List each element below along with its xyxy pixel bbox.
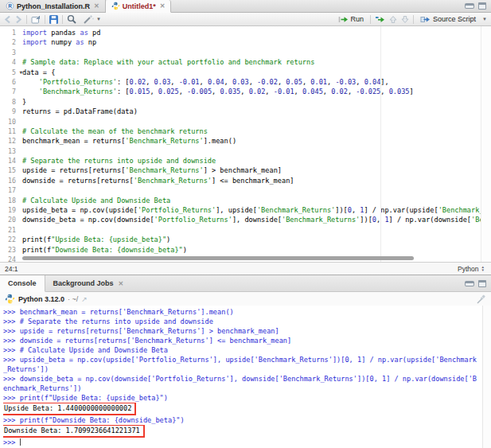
- go-to-next-icon[interactable]: [401, 15, 409, 24]
- python-file-icon: [111, 2, 120, 10]
- maximize-pane-icon[interactable]: [478, 2, 486, 10]
- code-text: }: [22, 97, 491, 107]
- line-number: 24: [0, 255, 22, 262]
- code-line[interactable]: 13: [0, 146, 491, 156]
- code-text: 'Portfolio_Returns': [0.02, 0.03, -0.01,…: [22, 77, 491, 87]
- code-editor[interactable]: 1import pandas as pd2import numpy as np3…: [0, 26, 491, 262]
- console-command-line: >>> upside = returns[returns['Benchmark_…: [3, 326, 491, 336]
- chevron-down-icon: ▼: [96, 17, 101, 21]
- console-command-line: >>> upside_beta = np.cov(upside['Portfol…: [3, 355, 491, 364]
- code-text: # Separate the returns into upside and d…: [22, 156, 491, 166]
- code-text: upside = returns[returns['Benchmark_Retu…: [22, 166, 491, 175]
- run-button[interactable]: Run: [336, 14, 367, 24]
- console-command-line: _Returns']): [3, 364, 491, 374]
- run-icon: [338, 16, 349, 23]
- console-window-controls: [465, 275, 491, 291]
- tab-untitled1[interactable]: Untitled1* ✕: [106, 0, 172, 13]
- highlight-box: Downside Beta: 1.7099236641221371: [3, 425, 145, 438]
- console-output-line: Downside Beta: 1.7099236641221371: [3, 425, 491, 438]
- editor-vertical-scrollbar[interactable]: [481, 26, 491, 262]
- code-line[interactable]: 3: [0, 48, 491, 57]
- console-command-line: enchmark_Returns']): [3, 384, 491, 393]
- code-line[interactable]: 16downside = returns[returns['Benchmark_…: [0, 176, 491, 185]
- tab-python-installation-r[interactable]: R Python_Installation.R ✕: [0, 0, 106, 12]
- code-line[interactable]: 17: [0, 185, 491, 195]
- code-tools-button[interactable]: ▼: [80, 14, 103, 25]
- code-text: downside = returns[returns['Benchmark_Re…: [22, 176, 491, 185]
- code-text: [22, 185, 491, 195]
- close-tab-icon[interactable]: ✕: [94, 2, 99, 10]
- code-line[interactable]: 14# Separate the returns into upside and…: [0, 156, 491, 166]
- fold-arrow-icon[interactable]: ▼: [19, 68, 22, 77]
- console-output-line: Upside Beta: 1.4400000000000002: [3, 403, 491, 415]
- code-line[interactable]: 5▼data = {: [0, 68, 491, 77]
- forward-icon[interactable]: [15, 15, 22, 24]
- code-line[interactable]: 7 'Benchmark_Returns': [0.015, 0.025, -0…: [0, 87, 491, 96]
- code-line[interactable]: 9returns = pd.DataFrame(data): [0, 107, 491, 116]
- line-number: 14: [0, 156, 22, 166]
- code-line[interactable]: 4# Sample data: Replace with your actual…: [0, 57, 491, 67]
- code-line[interactable]: 11# Calculate the mean of the benchmark …: [0, 127, 491, 136]
- close-tab-icon[interactable]: ✕: [160, 2, 166, 10]
- code-line[interactable]: 21: [0, 225, 491, 235]
- svg-text:R: R: [8, 3, 12, 9]
- open-in-new-window-icon[interactable]: [31, 15, 41, 24]
- save-icon[interactable]: [49, 15, 58, 24]
- console-command-line: >>> downside = returns[returns['Benchmar…: [3, 336, 491, 345]
- code-area: 1import pandas as pd2import numpy as np3…: [0, 28, 491, 262]
- search-icon[interactable]: [67, 14, 76, 24]
- code-text: [22, 117, 491, 127]
- code-text: print(f"Downside Beta: {downside_beta}"): [22, 245, 491, 255]
- line-number: 5▼: [0, 68, 22, 77]
- rstudio-window: R Python_Installation.R ✕ Untitled1* ✕: [0, 0, 491, 448]
- code-line[interactable]: 18# Calculate Upside and Downside Beta: [0, 196, 491, 205]
- clear-console-icon[interactable]: [476, 294, 486, 304]
- console-output[interactable]: >>> benchmark_mean = returns['Benchmark_…: [0, 306, 491, 448]
- open-in-new-window-icon[interactable]: ↗: [81, 295, 88, 303]
- code-line[interactable]: 6 'Portfolio_Returns': [0.02, 0.03, -0.0…: [0, 77, 491, 87]
- code-line[interactable]: 15upside = returns[returns['Benchmark_Re…: [0, 166, 491, 175]
- editor-status-bar: 24:1 Python ▲▼: [0, 262, 491, 275]
- tab-label: Untitled1*: [123, 2, 156, 10]
- console-vertical-scrollbar[interactable]: [482, 306, 491, 448]
- code-line[interactable]: 2import numpy as np: [0, 37, 491, 47]
- chevron-down-icon[interactable]: ▼: [482, 17, 487, 21]
- code-line[interactable]: 22print(f"Upside Beta: {upside_beta}"): [0, 235, 491, 244]
- editor-horizontal-scrollbar[interactable]: [22, 256, 414, 260]
- code-text: # Sample data: Replace with your actual …: [22, 57, 491, 67]
- r-file-icon: R: [6, 2, 14, 10]
- console-header: Python 3.12.0 · ~/ ↗: [0, 292, 491, 306]
- code-line[interactable]: 23print(f"Downside Beta: {downside_beta}…: [0, 245, 491, 255]
- code-text: downside_beta = np.cov(downside['Portfol…: [22, 215, 491, 224]
- rerun-icon[interactable]: [375, 16, 385, 23]
- minimize-pane-icon[interactable]: [465, 281, 474, 286]
- highlight-box: Upside Beta: 1.4400000000000002: [3, 403, 136, 415]
- line-number: 9: [0, 107, 22, 116]
- tab-background-jobs[interactable]: Background Jobs ✕: [45, 275, 132, 291]
- back-icon[interactable]: [4, 15, 11, 24]
- close-tab-icon[interactable]: ✕: [119, 280, 124, 287]
- language-mode-selector[interactable]: Python ▲▼: [458, 265, 485, 273]
- go-to-previous-icon[interactable]: [389, 15, 397, 24]
- tab-label: Console: [8, 279, 37, 287]
- line-number: 4: [0, 57, 22, 67]
- code-line[interactable]: 10: [0, 117, 491, 127]
- code-line[interactable]: 1import pandas as pd: [0, 28, 491, 37]
- code-line[interactable]: 12benchmark_mean = returns['Benchmark_Re…: [0, 136, 491, 146]
- minimize-pane-icon[interactable]: [465, 3, 474, 9]
- console-command-line: >>> print(f"Upside Beta: {upside_beta}"): [3, 393, 491, 403]
- text-cursor: [20, 438, 21, 446]
- code-line[interactable]: 19upside_beta = np.cov(upside['Portfolio…: [0, 205, 491, 215]
- toolbar-separator: [45, 15, 45, 24]
- toolbar-separator: [413, 15, 414, 24]
- tab-console[interactable]: Console: [0, 275, 45, 292]
- code-text: import numpy as np: [22, 37, 491, 47]
- code-line[interactable]: 20downside_beta = np.cov(downside['Portf…: [0, 215, 491, 224]
- python-logo-icon: [5, 294, 15, 304]
- editor-toolbar: ▼ Run Source Script ▼: [0, 13, 491, 26]
- source-script-button[interactable]: Source Script: [418, 14, 478, 24]
- tab-label: Background Jobs: [53, 279, 114, 287]
- maximize-pane-icon[interactable]: [478, 280, 486, 287]
- magic-wand-icon: [83, 14, 94, 24]
- code-line[interactable]: 8}: [0, 97, 491, 107]
